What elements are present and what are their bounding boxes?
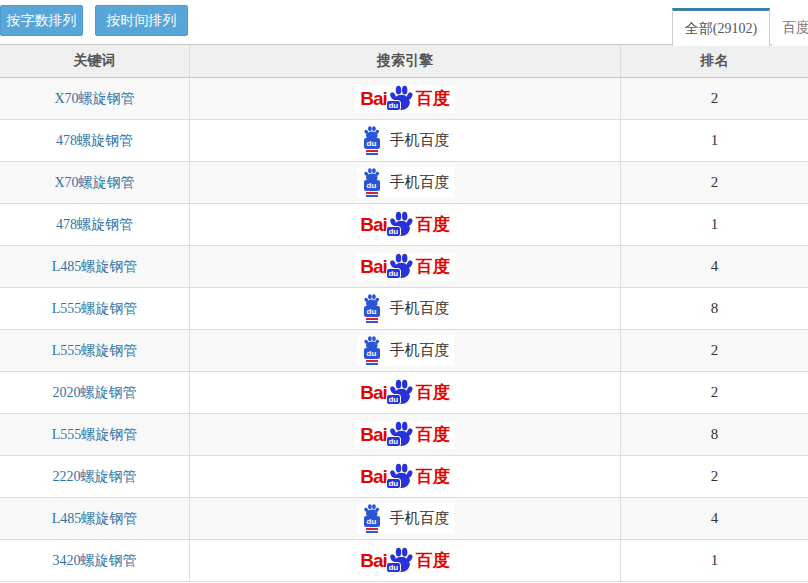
keyword-link[interactable]: 3420螺旋钢管	[53, 552, 137, 570]
page: 按字数排列 按时间排列 全部(29102) 百度 关键词 搜索引擎 排名 X70…	[0, 0, 808, 583]
rank-value: 2	[711, 90, 719, 107]
baidu-du-badge: du	[386, 562, 401, 573]
rank-cell: 4	[621, 246, 808, 287]
table-row: 3420螺旋钢管 Bai du 百度 1	[0, 540, 808, 582]
mobile-icon-blue-bar	[366, 363, 378, 365]
keyword-link[interactable]: L485螺旋钢管	[52, 258, 138, 276]
table-row: X70螺旋钢管 du 手机百度 2	[0, 162, 808, 204]
baidu-logo-cn-text: 百度	[416, 213, 450, 236]
keyword-link[interactable]: L555螺旋钢管	[52, 300, 138, 318]
keyword-cell: 478螺旋钢管	[0, 204, 190, 245]
tab-baidu[interactable]: 百度	[772, 9, 808, 46]
mobile-icon-red-bar	[366, 360, 378, 362]
column-header-engine: 搜索引擎	[190, 45, 621, 77]
keyword-link[interactable]: L485螺旋钢管	[52, 510, 138, 528]
baidu-mobile-logo: du 手机百度	[357, 167, 454, 198]
baidu-du-badge: du	[386, 226, 401, 237]
keyword-link[interactable]: X70螺旋钢管	[54, 174, 134, 192]
table-row: L555螺旋钢管 du 手机百度 8	[0, 288, 808, 330]
baidu-mobile-app-icon: du	[361, 168, 383, 197]
baidu-mobile-app-icon: du	[361, 126, 383, 155]
rank-cell: 2	[621, 162, 808, 203]
rank-value: 1	[711, 552, 719, 569]
baidu-logo-cn-text: 百度	[416, 465, 450, 488]
keyword-link[interactable]: 2020螺旋钢管	[53, 384, 137, 402]
baidu-du-badge: du	[386, 394, 401, 405]
rank-cell: 2	[621, 330, 808, 371]
baidu-logo-bai-text: Bai	[360, 424, 387, 446]
keyword-link[interactable]: 478螺旋钢管	[56, 132, 133, 150]
keyword-link[interactable]: 478螺旋钢管	[56, 216, 133, 234]
baidu-mobile-app-icon: du	[361, 336, 383, 365]
baidu-logo-cn-text: 百度	[416, 423, 450, 446]
engine-cell: Bai du 百度	[190, 372, 621, 413]
baidu-du-badge: du	[386, 436, 401, 447]
keyword-cell: L485螺旋钢管	[0, 498, 190, 539]
rank-cell: 4	[621, 498, 808, 539]
baidu-du-badge: du	[364, 348, 380, 359]
mobile-baidu-label: 手机百度	[390, 131, 450, 150]
keyword-link[interactable]: 2220螺旋钢管	[53, 468, 137, 486]
baidu-pc-logo: Bai du 百度	[355, 211, 455, 239]
baidu-mobile-logo: du 手机百度	[357, 293, 454, 324]
keyword-rank-table: 关键词 搜索引擎 排名 X70螺旋钢管 Bai du 百度 2	[0, 44, 808, 582]
rank-value: 8	[711, 426, 719, 443]
baidu-logo-cn-text: 百度	[416, 87, 450, 110]
rank-value: 8	[711, 300, 719, 317]
rank-cell: 2	[621, 372, 808, 413]
rank-cell: 1	[621, 120, 808, 161]
rank-cell: 2	[621, 456, 808, 497]
column-header-rank: 排名	[621, 45, 808, 77]
keyword-link[interactable]: X70螺旋钢管	[54, 90, 134, 108]
engine-cell: du 手机百度	[190, 330, 621, 371]
table-row: 478螺旋钢管 Bai du 百度 1	[0, 204, 808, 246]
keyword-link[interactable]: L555螺旋钢管	[52, 426, 138, 444]
table-row: L485螺旋钢管 du 手机百度 4	[0, 498, 808, 540]
baidu-logo-cn-text: 百度	[416, 255, 450, 278]
rank-cell: 1	[621, 204, 808, 245]
baidu-mobile-logo: du 手机百度	[357, 503, 454, 534]
rank-value: 1	[711, 132, 719, 149]
rank-value: 4	[711, 258, 719, 275]
baidu-logo-bai-text: Bai	[360, 214, 387, 236]
baidu-logo-bai-text: Bai	[360, 382, 387, 404]
engine-cell: du 手机百度	[190, 162, 621, 203]
mobile-icon-blue-bar	[366, 153, 378, 155]
engine-cell: Bai du 百度	[190, 78, 621, 119]
rank-value: 2	[711, 468, 719, 485]
table-row: 478螺旋钢管 du 手机百度 1	[0, 120, 808, 162]
baidu-logo-cn-text: 百度	[416, 549, 450, 572]
keyword-cell: L555螺旋钢管	[0, 288, 190, 329]
mobile-icon-blue-bar	[366, 531, 378, 533]
rank-value: 4	[711, 510, 719, 527]
baidu-du-badge: du	[386, 268, 401, 279]
table-row: L555螺旋钢管 Bai du 百度 8	[0, 414, 808, 456]
baidu-du-badge: du	[364, 306, 380, 317]
mobile-icon-blue-bar	[366, 195, 378, 197]
engine-cell: Bai du 百度	[190, 456, 621, 497]
baidu-pc-logo: Bai du 百度	[355, 379, 455, 407]
table-row: 2020螺旋钢管 Bai du 百度 2	[0, 372, 808, 414]
mobile-baidu-label: 手机百度	[390, 341, 450, 360]
baidu-du-badge: du	[386, 478, 401, 489]
engine-cell: Bai du 百度	[190, 540, 621, 581]
keyword-cell: L555螺旋钢管	[0, 414, 190, 455]
baidu-logo-bai-text: Bai	[360, 88, 387, 110]
baidu-logo-cn-text: 百度	[416, 381, 450, 404]
rank-value: 1	[711, 216, 719, 233]
sort-by-time-button[interactable]: 按时间排列	[95, 5, 188, 36]
baidu-mobile-app-icon: du	[361, 294, 383, 323]
engine-cell: Bai du 百度	[190, 204, 621, 245]
baidu-pc-logo: Bai du 百度	[355, 547, 455, 575]
keyword-cell: X70螺旋钢管	[0, 78, 190, 119]
baidu-mobile-logo: du 手机百度	[357, 125, 454, 156]
rank-cell: 8	[621, 414, 808, 455]
mobile-baidu-label: 手机百度	[390, 299, 450, 318]
sort-by-wordcount-button[interactable]: 按字数排列	[0, 5, 83, 36]
baidu-logo-bai-text: Bai	[360, 550, 387, 572]
tab-all[interactable]: 全部(29102)	[672, 8, 770, 46]
keyword-link[interactable]: L555螺旋钢管	[52, 342, 138, 360]
baidu-du-badge: du	[386, 100, 401, 111]
table-body: X70螺旋钢管 Bai du 百度 2 478螺旋钢管	[0, 78, 808, 582]
mobile-icon-blue-bar	[366, 321, 378, 323]
